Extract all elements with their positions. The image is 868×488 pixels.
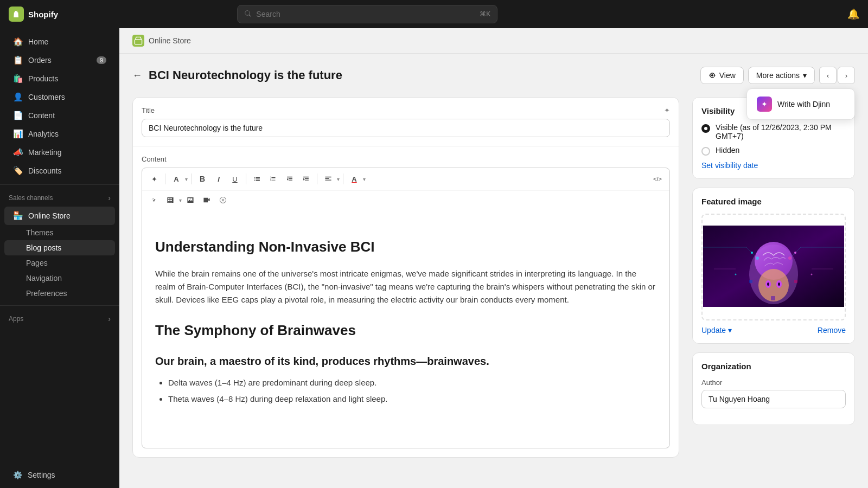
sidebar-item-settings[interactable]: ⚙️ Settings xyxy=(4,466,115,484)
orders-icon: 📋 xyxy=(13,55,23,65)
toolbar-sep xyxy=(343,174,343,184)
sidebar-item-label: Content xyxy=(28,111,55,120)
clear-format-btn[interactable] xyxy=(215,192,231,208)
write-with-djinn-item[interactable]: ✦ Write with Djinn xyxy=(750,92,851,116)
sidebar-item-online-store[interactable]: 🏪 Online Store xyxy=(4,207,115,225)
sidebar-sub-preferences[interactable]: Preferences xyxy=(4,286,115,301)
organization-title: Organization xyxy=(701,362,846,371)
sidebar-item-label: Marketing xyxy=(28,148,61,157)
store-header-icon xyxy=(132,35,144,47)
back-button[interactable]: ← xyxy=(132,70,142,81)
sidebar-sub-pages[interactable]: Pages xyxy=(4,255,115,271)
featured-image-card: Featured image xyxy=(692,188,855,344)
search-input[interactable] xyxy=(256,10,475,18)
update-image-button[interactable]: Update ▾ xyxy=(701,326,732,335)
title-input[interactable] xyxy=(142,119,670,137)
apps-header[interactable]: Apps › xyxy=(0,310,119,328)
align-dropdown-icon: ▾ xyxy=(337,176,340,182)
svg-rect-25 xyxy=(794,280,797,283)
ordered-list-btn[interactable] xyxy=(266,171,281,187)
search-bar[interactable]: ⌘K xyxy=(237,5,497,23)
more-actions-button[interactable]: More actions ▾ xyxy=(748,67,815,84)
svg-point-18 xyxy=(794,252,796,254)
color-dropdown-icon: ▾ xyxy=(363,176,366,182)
nav-next-button[interactable]: › xyxy=(838,67,855,84)
sidebar-item-analytics[interactable]: 📊 Analytics xyxy=(4,125,115,143)
brand-logo[interactable]: Shopify xyxy=(9,7,58,22)
visible-radio[interactable] xyxy=(701,124,710,133)
text-color-btn[interactable]: A xyxy=(347,171,362,187)
featured-image-actions: Update ▾ Remove xyxy=(701,326,846,335)
sidebar-item-label: Analytics xyxy=(28,130,59,138)
title-section: Title ✦ xyxy=(133,98,679,146)
editor-toolbar-row2: ▾ xyxy=(142,190,670,210)
format-clear-btn[interactable]: ✦ xyxy=(146,171,162,187)
sidebar-item-customers[interactable]: 👤 Customers xyxy=(4,88,115,106)
set-visibility-date-button[interactable]: Set visibility date xyxy=(701,161,758,170)
link-btn[interactable] xyxy=(146,192,162,208)
video-btn[interactable] xyxy=(199,192,214,208)
sidebar-item-label: Home xyxy=(28,37,48,46)
font-btn[interactable]: A xyxy=(169,171,184,187)
indent-btn[interactable] xyxy=(282,171,297,187)
svg-point-22 xyxy=(788,256,792,260)
font-dropdown-icon: ▾ xyxy=(185,176,188,182)
toolbar-sep xyxy=(165,174,165,184)
notification-icon[interactable]: 🔔 xyxy=(847,9,859,20)
content-grid: Title ✦ Content ✦ xyxy=(132,97,855,458)
featured-image-wrapper[interactable] xyxy=(701,214,846,320)
featured-image-top-padding xyxy=(703,215,845,226)
blog-posts-label: Blog posts xyxy=(26,243,61,252)
update-dropdown-icon: ▾ xyxy=(728,326,732,335)
organization-card: Organization Author xyxy=(692,352,855,425)
nav-prev-button[interactable]: ‹ xyxy=(819,67,837,84)
sidebar-sub-themes[interactable]: Themes xyxy=(4,225,115,240)
svg-rect-23 xyxy=(771,296,775,300)
main-content: Online Store ← BCI Neurotechnology is th… xyxy=(119,28,868,488)
visible-label-group: Visible (as of 12/26/2023, 2:30 PM GMT+7… xyxy=(716,123,846,140)
svg-rect-24 xyxy=(749,280,752,283)
content-field-label: Content xyxy=(142,155,670,163)
bold-btn[interactable]: B xyxy=(195,171,210,187)
sidebar-item-content[interactable]: 📄 Content xyxy=(4,106,115,125)
sidebar-sub-navigation[interactable]: Navigation xyxy=(4,271,115,286)
sidebar-item-label: Discounts xyxy=(28,166,61,175)
align-btn[interactable] xyxy=(321,171,336,187)
underline-btn[interactable]: U xyxy=(227,171,242,187)
search-shortcut: ⌘K xyxy=(480,10,490,18)
orders-badge: 9 xyxy=(97,56,106,64)
sales-channels-header[interactable]: Sales channels › xyxy=(0,189,119,207)
view-button[interactable]: View xyxy=(700,67,744,84)
sidebar-item-discounts[interactable]: 🏷️ Discounts xyxy=(4,162,115,180)
author-input[interactable] xyxy=(701,390,846,408)
remove-image-button[interactable]: Remove xyxy=(818,326,846,335)
visibility-hidden-option[interactable]: Hidden xyxy=(701,146,846,156)
store-header-name: Online Store xyxy=(149,36,191,45)
sidebar-sub-blog-posts[interactable]: Blog posts xyxy=(4,240,115,255)
shopify-icon xyxy=(9,7,24,22)
page-actions: View More actions ▾ ✦ Write with Djinn xyxy=(700,67,855,84)
apps-expand-icon: › xyxy=(108,314,111,323)
sidebar-item-marketing[interactable]: 📣 Marketing xyxy=(4,143,115,162)
sidebar-item-home[interactable]: 🏠 Home xyxy=(4,33,115,51)
code-btn[interactable]: </> xyxy=(650,171,665,187)
magic-icon[interactable]: ✦ xyxy=(664,106,670,114)
sidebar-item-orders[interactable]: 📋 Orders 9 xyxy=(4,51,115,69)
content-list: Delta waves (1–4 Hz) are predominant dur… xyxy=(155,376,656,406)
author-label: Author xyxy=(701,378,846,387)
outdent-btn[interactable] xyxy=(298,171,314,187)
content-para-1: While the brain remains one of the unive… xyxy=(155,267,656,306)
visibility-visible-option[interactable]: Visible (as of 12/26/2023, 2:30 PM GMT+7… xyxy=(701,123,846,140)
djinn-icon: ✦ xyxy=(757,97,772,112)
table-btn[interactable] xyxy=(163,192,178,208)
toolbar-sep xyxy=(246,174,246,184)
content-h2-2: The Symphony of Brainwaves xyxy=(155,319,656,342)
bullet-list-btn[interactable] xyxy=(250,171,265,187)
sidebar-item-products[interactable]: 🛍️ Products xyxy=(4,69,115,88)
hidden-radio[interactable] xyxy=(701,147,710,156)
author-group: Author xyxy=(701,378,846,408)
svg-point-19 xyxy=(735,274,737,275)
image-btn[interactable] xyxy=(183,192,198,208)
content-editor[interactable]: Understanding Non-Invasive BCI While the… xyxy=(142,210,670,448)
italic-btn[interactable]: I xyxy=(211,171,226,187)
